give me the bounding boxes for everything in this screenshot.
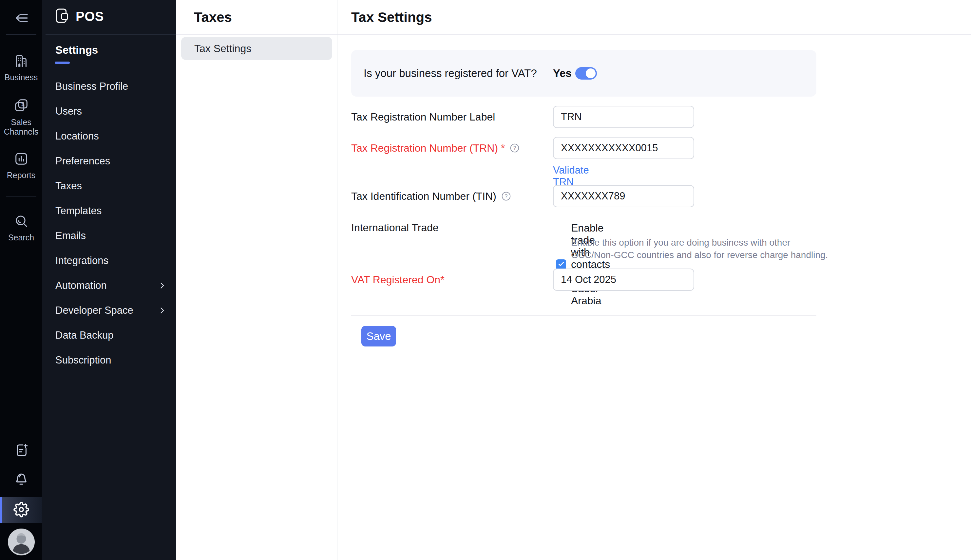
taxes-panel-title: Taxes bbox=[176, 0, 337, 35]
icon-rail: Business $ Sales Channels Reports bbox=[0, 0, 42, 560]
tax-settings-content: Tax Settings Is your business registered… bbox=[337, 0, 971, 560]
sidebar-item-developer-space[interactable]: Developer Space bbox=[42, 298, 176, 323]
vat-question-label: Is your business registered for VAT? bbox=[364, 67, 537, 80]
sidebar-item-taxes[interactable]: Taxes bbox=[42, 173, 176, 198]
form-divider bbox=[351, 315, 816, 316]
menu-item-label: Automation bbox=[55, 280, 107, 292]
field-label-text: International Trade bbox=[351, 222, 439, 234]
validate-trn-link[interactable]: Validate TRN bbox=[553, 164, 589, 188]
rail-item-label: Search bbox=[8, 233, 34, 242]
chevron-right-icon bbox=[158, 281, 167, 290]
save-button[interactable]: Save bbox=[361, 326, 396, 347]
menu-item-label: Locations bbox=[55, 130, 99, 142]
chevron-right-icon bbox=[158, 306, 167, 315]
form-row-trn-label: Tax Registration Number Label bbox=[351, 106, 495, 128]
field-label-text: VAT Registered On* bbox=[351, 274, 445, 286]
rail-item-label: Reports bbox=[7, 171, 36, 180]
menu-item-label: Templates bbox=[55, 205, 102, 217]
reports-icon bbox=[14, 151, 29, 168]
notifications-button[interactable] bbox=[0, 472, 42, 488]
collapse-sidebar-button[interactable] bbox=[0, 9, 42, 28]
trn-input[interactable] bbox=[553, 137, 694, 159]
sidebar-item-automation[interactable]: Automation bbox=[42, 273, 176, 298]
form-row-international-trade: International Trade Enable trade with co… bbox=[351, 222, 439, 233]
field-label-text: Tax Registration Number (TRN) * bbox=[351, 142, 505, 154]
rail-item-reports[interactable]: Reports bbox=[0, 151, 42, 180]
help-icon[interactable]: ? bbox=[509, 143, 520, 153]
notifications-bell-icon bbox=[14, 472, 29, 488]
menu-item-label: Developer Space bbox=[55, 305, 133, 317]
menu-item-label: Subscription bbox=[55, 354, 112, 366]
settings-gear-active-item[interactable] bbox=[0, 497, 42, 523]
pos-logo-icon bbox=[55, 7, 70, 25]
app-name: POS bbox=[76, 9, 104, 24]
svg-text:?: ? bbox=[513, 145, 516, 151]
menu-item-label: Preferences bbox=[55, 155, 110, 167]
menu-item-label: Data Backup bbox=[55, 330, 113, 341]
building-icon bbox=[14, 53, 29, 70]
settings-gear-icon bbox=[13, 502, 29, 519]
sales-channels-icon: $ bbox=[14, 98, 29, 115]
international-trade-option: Enable trade with contacts outside Saudi… bbox=[556, 222, 610, 307]
international-trade-checkbox[interactable] bbox=[556, 259, 566, 270]
app-logo[interactable]: POS bbox=[55, 7, 104, 25]
page-title: Tax Settings bbox=[337, 0, 971, 35]
menu-item-label: Business Profile bbox=[55, 80, 128, 92]
menu-item-label: Integrations bbox=[55, 255, 108, 267]
sidebar-item-subscription[interactable]: Subscription bbox=[42, 348, 176, 373]
checkbox-description: Enable this option if you are doing busi… bbox=[571, 237, 835, 261]
rail-item-label: Business bbox=[5, 73, 38, 82]
menu-item-label: Emails bbox=[55, 230, 86, 242]
note-add-icon bbox=[14, 443, 29, 459]
rail-item-sales-channels[interactable]: $ Sales Channels bbox=[0, 98, 42, 137]
sidebar-item-locations[interactable]: Locations bbox=[42, 124, 176, 149]
collapse-sidebar-icon bbox=[13, 10, 29, 27]
app-window: Business $ Sales Channels Reports bbox=[0, 0, 971, 560]
rail-divider bbox=[6, 196, 37, 197]
svg-text:$: $ bbox=[21, 101, 24, 107]
field-label-text: Tax Registration Number Label bbox=[351, 111, 495, 123]
note-add-button[interactable] bbox=[0, 443, 42, 459]
help-icon[interactable]: ? bbox=[501, 191, 511, 202]
tin-input[interactable] bbox=[553, 185, 694, 207]
menu-item-label: Taxes bbox=[55, 180, 82, 192]
field-label: International Trade bbox=[351, 222, 439, 233]
field-label-text: Tax Identification Number (TIN) bbox=[351, 190, 496, 202]
taxes-panel: Taxes Tax Settings bbox=[176, 0, 337, 560]
sidebar-item-users[interactable]: Users bbox=[42, 99, 176, 124]
sidebar-divider bbox=[45, 34, 176, 35]
sidebar-heading: Settings bbox=[55, 44, 98, 56]
sidebar-item-templates[interactable]: Templates bbox=[42, 198, 176, 223]
form-row-vat-registered-on: VAT Registered On* bbox=[351, 268, 445, 291]
sidebar-item-data-backup[interactable]: Data Backup bbox=[42, 323, 176, 348]
check-icon bbox=[557, 260, 565, 269]
rail-item-label: Sales Channels bbox=[0, 118, 42, 137]
rail-divider bbox=[6, 34, 37, 35]
sidebar-item-integrations[interactable]: Integrations bbox=[42, 248, 176, 273]
user-avatar[interactable] bbox=[8, 528, 35, 555]
tax-settings-nav-item[interactable]: Tax Settings bbox=[181, 37, 332, 60]
settings-sidebar: POS Settings Business Profile Users Loca… bbox=[42, 0, 176, 560]
checkbox-label[interactable]: Enable trade with contacts outside Saudi… bbox=[571, 222, 610, 307]
form-row-trn: Tax Registration Number (TRN) * ? Valida… bbox=[351, 137, 520, 159]
field-label-required: Tax Registration Number (TRN) * ? bbox=[351, 137, 520, 159]
trn-label-input[interactable] bbox=[553, 106, 694, 128]
field-label-required: VAT Registered On* bbox=[351, 268, 445, 291]
sidebar-item-emails[interactable]: Emails bbox=[42, 223, 176, 248]
vat-registered-on-input[interactable] bbox=[553, 268, 694, 291]
rail-item-business[interactable]: Business bbox=[0, 53, 42, 82]
sidebar-heading-underline bbox=[55, 62, 70, 64]
vat-registered-panel: Is your business registered for VAT? Yes bbox=[351, 50, 816, 97]
search-icon bbox=[14, 213, 29, 230]
svg-text:?: ? bbox=[504, 193, 507, 199]
toggle-knob bbox=[586, 68, 596, 78]
field-label: Tax Registration Number Label bbox=[351, 106, 495, 128]
form-row-tin: Tax Identification Number (TIN) ? bbox=[351, 185, 511, 207]
menu-item-label: Users bbox=[55, 105, 82, 117]
rail-item-search[interactable]: Search bbox=[0, 213, 42, 242]
sidebar-item-business-profile[interactable]: Business Profile bbox=[42, 74, 176, 99]
vat-toggle[interactable] bbox=[575, 67, 597, 80]
sidebar-item-preferences[interactable]: Preferences bbox=[42, 149, 176, 173]
settings-menu: Business Profile Users Locations Prefere… bbox=[42, 74, 176, 373]
field-label: Tax Identification Number (TIN) ? bbox=[351, 185, 511, 207]
